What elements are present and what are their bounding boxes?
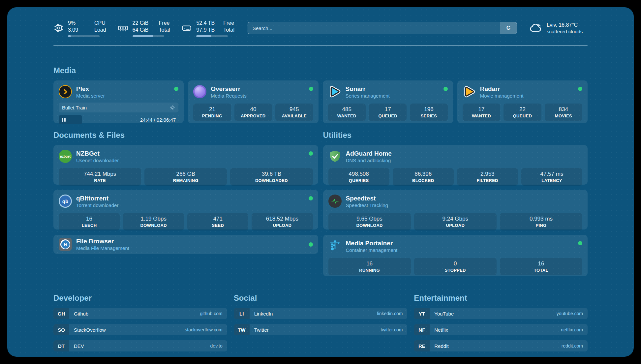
bookmark-stackoverflow[interactable]: SO StackOverflow stackoverflow.com — [53, 324, 227, 335]
bookmark-abbr: SO — [53, 324, 69, 335]
portainer-card[interactable]: Media Portainer Container management 16 … — [323, 235, 588, 276]
app-subtitle: Speedtest Tracking — [346, 202, 388, 209]
app-subtitle: Media server — [76, 93, 105, 99]
overseerr-icon — [193, 85, 206, 98]
bookmark-name: Netflix — [434, 327, 448, 333]
app-name: NZBGet — [76, 150, 119, 157]
disk-total-label: Total — [223, 26, 234, 33]
bookmark-abbr: NF — [414, 324, 430, 335]
app-subtitle: Movie management — [480, 93, 524, 99]
status-online-dot — [174, 87, 178, 91]
dashboard-frame: 9% 3.09 CPU Load — [7, 7, 634, 357]
search-input[interactable] — [248, 22, 517, 34]
sonarr-icon — [328, 85, 341, 98]
pause-icon[interactable] — [62, 118, 66, 122]
adguard-card[interactable]: AdGuard Home DNS and adblocking 498,508 … — [323, 145, 588, 185]
app-subtitle: Series management — [346, 93, 390, 99]
now-playing-row[interactable]: Bullet Train — [59, 103, 178, 112]
top-bar: 9% 3.09 CPU Load — [53, 18, 588, 38]
weather-location-temp: Lviv, 16.87°C — [547, 21, 583, 28]
status-online-dot — [309, 151, 313, 156]
settings-gear-icon[interactable] — [169, 105, 175, 110]
bookmark-domain: youtube.com — [557, 311, 583, 316]
cpu-stat: 9% 3.09 CPU Load — [53, 19, 106, 37]
status-online-dot — [578, 241, 582, 245]
cpu-load-value: 3.09 — [68, 26, 86, 33]
plex-icon — [59, 85, 72, 98]
section-title-utilities: Utilities — [323, 131, 588, 140]
bookmark-twitter[interactable]: TW Twitter twitter.com — [234, 324, 408, 335]
stat-tile: 16 TOTAL — [500, 258, 582, 275]
app-subtitle: Torrent downloader — [76, 202, 118, 209]
bookmark-name: Github — [74, 311, 88, 317]
qbittorrent-icon: qb — [59, 195, 72, 208]
bookmark-name: DEV — [74, 343, 84, 349]
status-online-dot — [309, 196, 313, 200]
overseerr-card[interactable]: Overseerr Media Requests 21 PENDING 40 A… — [188, 80, 318, 123]
bookmark-name: LinkedIn — [254, 311, 273, 317]
cpu-icon — [53, 23, 64, 33]
app-subtitle: Media Requests — [211, 93, 246, 99]
cpu-progress-bar — [68, 35, 100, 37]
speedtest-card[interactable]: Speedtest Speedtest Tracking 9.65 Gbps D… — [323, 190, 588, 229]
stat-tile: 40 APPROVED — [234, 104, 272, 121]
app-name: Plex — [76, 85, 105, 93]
bookmark-name: StackOverflow — [74, 327, 106, 333]
app-name: AdGuard Home — [346, 150, 392, 157]
stat-tile: 266 GB REMAINING — [144, 168, 227, 186]
bookmark-dev[interactable]: DT DEV dev.to — [53, 340, 227, 351]
ram-progress-bar — [133, 35, 164, 37]
bookmark-domain: dev.to — [210, 343, 223, 349]
app-subtitle: Container management — [346, 247, 398, 254]
stat-tile: 16 LEECH — [59, 213, 120, 230]
stat-tile: 9.24 Gbps UPLOAD — [414, 213, 497, 230]
weather-widget[interactable]: Lviv, 16.87°C scattered clouds — [528, 21, 588, 35]
bookmark-domain: github.com — [200, 311, 222, 316]
bookmark-abbr: GH — [53, 308, 69, 319]
status-online-dot — [309, 87, 313, 91]
nzbget-card[interactable]: nzbget NZBGet Usenet downloader 744.21 M… — [53, 145, 318, 185]
stat-tile: 945 AVAILABLE — [275, 104, 313, 121]
cpu-usage-label: CPU — [94, 19, 106, 26]
bookmark-linkedin[interactable]: LI LinkedIn linkedin.com — [234, 308, 408, 319]
stat-tile: 21 PENDING — [193, 104, 231, 121]
sonarr-card[interactable]: Sonarr Series management 485 WANTED 17 Q… — [323, 80, 453, 123]
section-title-social: Social — [234, 293, 408, 303]
now-playing-title: Bullet Train — [62, 105, 87, 110]
bookmark-netflix[interactable]: NF Netflix netflix.com — [414, 324, 588, 335]
section-title-media: Media — [53, 66, 588, 75]
nzbget-icon: nzbget — [59, 150, 72, 163]
app-subtitle: DNS and adblocking — [346, 157, 392, 164]
app-name: File Browser — [76, 237, 129, 245]
stat-tile: 1.19 Gbps DOWNLOAD — [123, 213, 184, 230]
qbittorrent-card[interactable]: qb qBittorrent Torrent downloader 16 LEE… — [53, 190, 318, 229]
radarr-card[interactable]: Radarr Movie management 17 WANTED 22 QUE… — [457, 80, 588, 123]
stat-tile: 39.6 TB DOWNLOADED — [230, 168, 313, 186]
bookmark-abbr: RE — [414, 340, 430, 351]
bookmark-github[interactable]: GH Github github.com — [53, 308, 227, 319]
stat-tile: 744.21 Mbps RATE — [59, 168, 141, 186]
bookmark-youtube[interactable]: YT YouTube youtube.com — [414, 308, 588, 319]
playback-progress-bar[interactable]: 24:44 / 02:06:47 — [59, 115, 178, 124]
plex-card[interactable]: Plex Media server Bullet Train — [53, 80, 184, 123]
search-engine-button[interactable]: G — [500, 22, 517, 34]
filebrowser-card[interactable]: File Browser Media File Management — [53, 235, 318, 254]
bookmark-reddit[interactable]: RE Reddit reddit.com — [414, 340, 588, 351]
portainer-icon — [328, 239, 342, 253]
stat-tile: 9.65 Gbps DOWNLOAD — [328, 213, 411, 230]
stat-tile: 471 SEED — [187, 213, 248, 230]
ram-free-value: 22 GiB — [133, 19, 150, 26]
stat-tile: 17 WANTED — [463, 104, 500, 121]
cpu-usage-value: 9% — [68, 19, 86, 26]
bookmark-domain: stackoverflow.com — [185, 327, 222, 332]
section-title-developer: Developer — [53, 293, 227, 303]
app-name: Radarr — [480, 85, 524, 93]
section-title-documents: Documents & Files — [53, 131, 318, 140]
cloud-icon — [528, 21, 543, 35]
status-online-dot — [443, 87, 448, 91]
ram-icon — [117, 22, 129, 34]
stat-tile: 618.52 Mbps UPLOAD — [252, 213, 313, 230]
app-name: Media Portainer — [346, 239, 398, 247]
bookmark-name: Twitter — [254, 327, 269, 333]
bookmark-domain: twitter.com — [381, 327, 403, 332]
